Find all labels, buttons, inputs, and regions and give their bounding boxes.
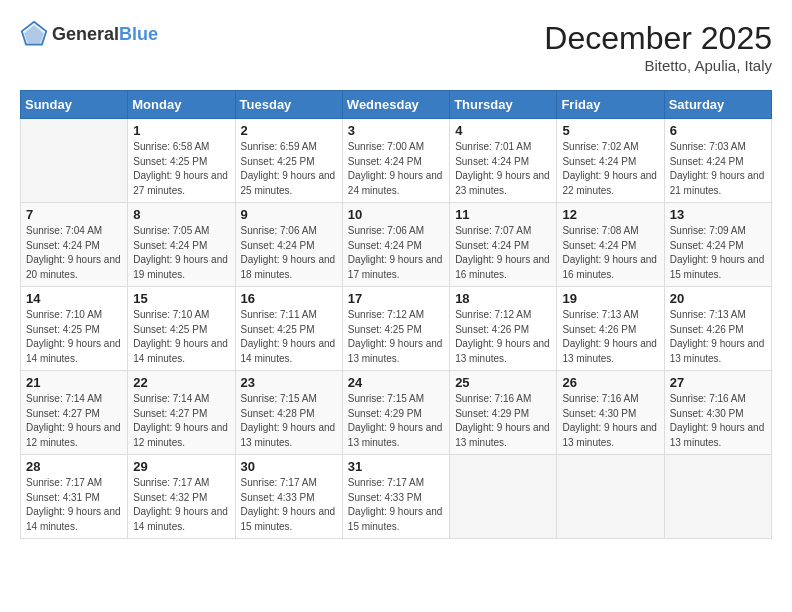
day-info: Sunrise: 7:10 AMSunset: 4:25 PMDaylight:…	[133, 308, 229, 366]
calendar-cell: 17Sunrise: 7:12 AMSunset: 4:25 PMDayligh…	[342, 287, 449, 371]
day-number: 18	[455, 291, 551, 306]
day-info: Sunrise: 7:03 AMSunset: 4:24 PMDaylight:…	[670, 140, 766, 198]
calendar-table: SundayMondayTuesdayWednesdayThursdayFrid…	[20, 90, 772, 539]
day-number: 31	[348, 459, 444, 474]
calendar-cell: 15Sunrise: 7:10 AMSunset: 4:25 PMDayligh…	[128, 287, 235, 371]
calendar-cell: 16Sunrise: 7:11 AMSunset: 4:25 PMDayligh…	[235, 287, 342, 371]
calendar-cell: 18Sunrise: 7:12 AMSunset: 4:26 PMDayligh…	[450, 287, 557, 371]
day-number: 28	[26, 459, 122, 474]
calendar-cell	[21, 119, 128, 203]
day-info: Sunrise: 7:17 AMSunset: 4:33 PMDaylight:…	[348, 476, 444, 534]
calendar-cell: 5Sunrise: 7:02 AMSunset: 4:24 PMDaylight…	[557, 119, 664, 203]
calendar-cell: 22Sunrise: 7:14 AMSunset: 4:27 PMDayligh…	[128, 371, 235, 455]
day-info: Sunrise: 7:17 AMSunset: 4:33 PMDaylight:…	[241, 476, 337, 534]
weekday-header: Friday	[557, 91, 664, 119]
calendar-cell: 19Sunrise: 7:13 AMSunset: 4:26 PMDayligh…	[557, 287, 664, 371]
calendar-cell: 11Sunrise: 7:07 AMSunset: 4:24 PMDayligh…	[450, 203, 557, 287]
day-info: Sunrise: 7:16 AMSunset: 4:30 PMDaylight:…	[670, 392, 766, 450]
calendar-cell: 29Sunrise: 7:17 AMSunset: 4:32 PMDayligh…	[128, 455, 235, 539]
day-info: Sunrise: 7:15 AMSunset: 4:28 PMDaylight:…	[241, 392, 337, 450]
calendar-week-row: 7Sunrise: 7:04 AMSunset: 4:24 PMDaylight…	[21, 203, 772, 287]
day-number: 16	[241, 291, 337, 306]
day-info: Sunrise: 7:02 AMSunset: 4:24 PMDaylight:…	[562, 140, 658, 198]
calendar-cell: 20Sunrise: 7:13 AMSunset: 4:26 PMDayligh…	[664, 287, 771, 371]
day-number: 2	[241, 123, 337, 138]
location-title: Bitetto, Apulia, Italy	[544, 57, 772, 74]
calendar-cell: 30Sunrise: 7:17 AMSunset: 4:33 PMDayligh…	[235, 455, 342, 539]
weekday-header: Monday	[128, 91, 235, 119]
day-number: 19	[562, 291, 658, 306]
day-number: 12	[562, 207, 658, 222]
weekday-header: Saturday	[664, 91, 771, 119]
calendar-cell	[557, 455, 664, 539]
day-info: Sunrise: 7:05 AMSunset: 4:24 PMDaylight:…	[133, 224, 229, 282]
day-info: Sunrise: 7:15 AMSunset: 4:29 PMDaylight:…	[348, 392, 444, 450]
day-number: 8	[133, 207, 229, 222]
day-number: 7	[26, 207, 122, 222]
day-number: 4	[455, 123, 551, 138]
calendar-cell: 25Sunrise: 7:16 AMSunset: 4:29 PMDayligh…	[450, 371, 557, 455]
weekday-header-row: SundayMondayTuesdayWednesdayThursdayFrid…	[21, 91, 772, 119]
calendar-cell: 1Sunrise: 6:58 AMSunset: 4:25 PMDaylight…	[128, 119, 235, 203]
day-info: Sunrise: 7:01 AMSunset: 4:24 PMDaylight:…	[455, 140, 551, 198]
day-info: Sunrise: 7:12 AMSunset: 4:25 PMDaylight:…	[348, 308, 444, 366]
day-info: Sunrise: 7:00 AMSunset: 4:24 PMDaylight:…	[348, 140, 444, 198]
day-number: 24	[348, 375, 444, 390]
day-number: 20	[670, 291, 766, 306]
day-info: Sunrise: 7:08 AMSunset: 4:24 PMDaylight:…	[562, 224, 658, 282]
calendar-cell: 3Sunrise: 7:00 AMSunset: 4:24 PMDaylight…	[342, 119, 449, 203]
logo-icon	[20, 20, 48, 48]
day-info: Sunrise: 7:17 AMSunset: 4:31 PMDaylight:…	[26, 476, 122, 534]
day-info: Sunrise: 6:59 AMSunset: 4:25 PMDaylight:…	[241, 140, 337, 198]
calendar-cell: 26Sunrise: 7:16 AMSunset: 4:30 PMDayligh…	[557, 371, 664, 455]
day-number: 10	[348, 207, 444, 222]
day-info: Sunrise: 6:58 AMSunset: 4:25 PMDaylight:…	[133, 140, 229, 198]
calendar-cell: 7Sunrise: 7:04 AMSunset: 4:24 PMDaylight…	[21, 203, 128, 287]
day-info: Sunrise: 7:07 AMSunset: 4:24 PMDaylight:…	[455, 224, 551, 282]
day-number: 29	[133, 459, 229, 474]
calendar-week-row: 28Sunrise: 7:17 AMSunset: 4:31 PMDayligh…	[21, 455, 772, 539]
day-number: 1	[133, 123, 229, 138]
day-number: 9	[241, 207, 337, 222]
weekday-header: Tuesday	[235, 91, 342, 119]
day-info: Sunrise: 7:12 AMSunset: 4:26 PMDaylight:…	[455, 308, 551, 366]
day-number: 27	[670, 375, 766, 390]
day-number: 25	[455, 375, 551, 390]
day-number: 5	[562, 123, 658, 138]
day-number: 23	[241, 375, 337, 390]
day-number: 14	[26, 291, 122, 306]
day-number: 21	[26, 375, 122, 390]
day-info: Sunrise: 7:10 AMSunset: 4:25 PMDaylight:…	[26, 308, 122, 366]
weekday-header: Wednesday	[342, 91, 449, 119]
day-number: 17	[348, 291, 444, 306]
logo-blue: Blue	[119, 24, 158, 44]
day-number: 15	[133, 291, 229, 306]
day-info: Sunrise: 7:11 AMSunset: 4:25 PMDaylight:…	[241, 308, 337, 366]
day-number: 6	[670, 123, 766, 138]
day-number: 11	[455, 207, 551, 222]
calendar-week-row: 21Sunrise: 7:14 AMSunset: 4:27 PMDayligh…	[21, 371, 772, 455]
calendar-cell: 8Sunrise: 7:05 AMSunset: 4:24 PMDaylight…	[128, 203, 235, 287]
title-block: December 2025 Bitetto, Apulia, Italy	[544, 20, 772, 74]
calendar-cell: 13Sunrise: 7:09 AMSunset: 4:24 PMDayligh…	[664, 203, 771, 287]
day-info: Sunrise: 7:16 AMSunset: 4:30 PMDaylight:…	[562, 392, 658, 450]
day-info: Sunrise: 7:06 AMSunset: 4:24 PMDaylight:…	[241, 224, 337, 282]
month-title: December 2025	[544, 20, 772, 57]
calendar-cell: 10Sunrise: 7:06 AMSunset: 4:24 PMDayligh…	[342, 203, 449, 287]
calendar-week-row: 14Sunrise: 7:10 AMSunset: 4:25 PMDayligh…	[21, 287, 772, 371]
day-number: 3	[348, 123, 444, 138]
calendar-cell: 24Sunrise: 7:15 AMSunset: 4:29 PMDayligh…	[342, 371, 449, 455]
day-info: Sunrise: 7:13 AMSunset: 4:26 PMDaylight:…	[670, 308, 766, 366]
calendar-cell: 27Sunrise: 7:16 AMSunset: 4:30 PMDayligh…	[664, 371, 771, 455]
day-info: Sunrise: 7:13 AMSunset: 4:26 PMDaylight:…	[562, 308, 658, 366]
calendar-cell	[664, 455, 771, 539]
day-info: Sunrise: 7:14 AMSunset: 4:27 PMDaylight:…	[133, 392, 229, 450]
day-info: Sunrise: 7:04 AMSunset: 4:24 PMDaylight:…	[26, 224, 122, 282]
calendar-cell: 12Sunrise: 7:08 AMSunset: 4:24 PMDayligh…	[557, 203, 664, 287]
page-header: GeneralBlue December 2025 Bitetto, Apuli…	[20, 20, 772, 74]
day-number: 26	[562, 375, 658, 390]
calendar-cell	[450, 455, 557, 539]
calendar-cell: 14Sunrise: 7:10 AMSunset: 4:25 PMDayligh…	[21, 287, 128, 371]
calendar-cell: 4Sunrise: 7:01 AMSunset: 4:24 PMDaylight…	[450, 119, 557, 203]
day-number: 13	[670, 207, 766, 222]
